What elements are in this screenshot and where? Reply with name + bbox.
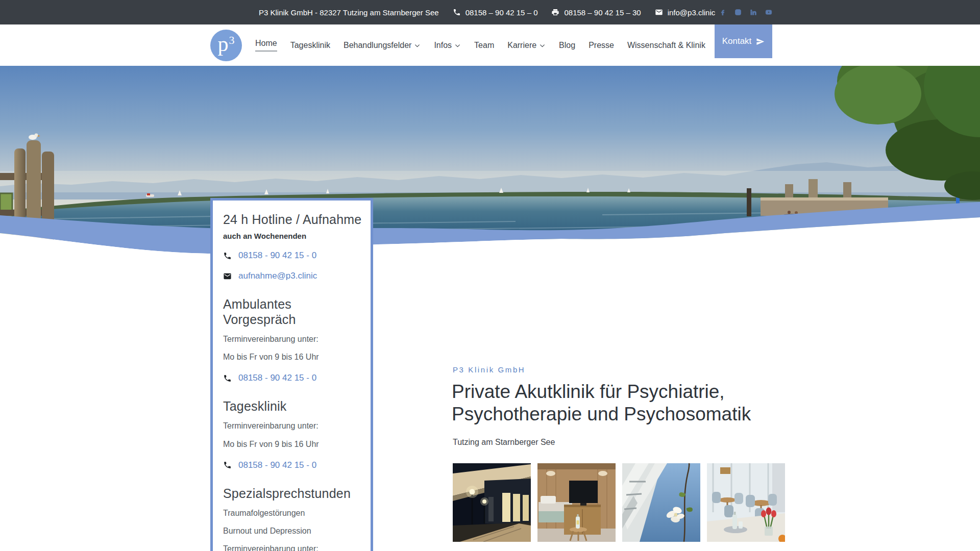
- card-text-line: Terminvereinbarung unter:: [223, 333, 362, 345]
- phone-icon: [453, 8, 461, 16]
- envelope-icon: [655, 8, 663, 16]
- photo-gallery: [453, 463, 785, 542]
- topbar-phone-number: 08158 – 90 42 15 – 0: [465, 8, 538, 17]
- card-text-line: Terminvereinbarung unter:: [223, 420, 362, 432]
- nav-item-behandlungsfelder[interactable]: Behandlungsfelder: [344, 41, 421, 50]
- social-links: [719, 9, 772, 16]
- card-text-line: Terminvereinbarung unter:: [223, 543, 362, 551]
- phone-icon: [223, 374, 232, 383]
- hero-section: [0, 66, 980, 260]
- card-section-24-h-hotline-aufnahme: 24 h Hotline / Aufnahmeauch an Wochenend…: [223, 212, 362, 281]
- chevron-down-icon: [539, 42, 546, 49]
- chevron-down-icon: [454, 42, 461, 49]
- clinic-address: P3 Klinik GmbH - 82327 Tutzing am Starnb…: [259, 8, 439, 17]
- topbar-fax-number: 08158 – 90 42 15 – 30: [564, 8, 641, 17]
- phone-link[interactable]: 08158 - 90 42 15 - 0: [223, 460, 362, 470]
- hotline-card-sections: 24 h Hotline / Aufnahmeauch an Wochenend…: [223, 212, 362, 551]
- nav-item-label: Home: [255, 39, 277, 52]
- linkedin-icon[interactable]: [749, 9, 757, 16]
- hero-panorama-image: [0, 66, 980, 260]
- nav-item-label: Presse: [589, 41, 614, 50]
- envelope-icon: [223, 272, 232, 281]
- nav-item-label: Team: [474, 41, 494, 50]
- gallery-photo-clinic-exterior-night: [453, 463, 531, 542]
- card-section-ambulantes-vorgespräch: Ambulantes VorgesprächTerminvereinbarung…: [223, 296, 362, 383]
- card-section-spezialsprechstunden: SpezialsprechstundenTraumafolgestörungen…: [223, 486, 362, 551]
- topbar-phone[interactable]: 08158 – 90 42 15 – 0: [453, 8, 538, 17]
- topbar-fax: 08158 – 90 42 15 – 30: [551, 8, 641, 17]
- card-section-title: Ambulantes Vorgespräch: [223, 296, 362, 327]
- email-link[interactable]: aufnahme@p3.clinic: [223, 271, 362, 281]
- card-text-line: Mo bis Fr von 9 bis 16 Uhr: [223, 351, 362, 363]
- topbar-email[interactable]: info@p3.clinic: [655, 8, 716, 17]
- gallery-photo-patient-room: [537, 463, 616, 542]
- nav-item-presse[interactable]: Presse: [589, 41, 614, 50]
- facebook-icon[interactable]: [719, 9, 726, 16]
- card-text-line: Burnout und Depression: [223, 525, 362, 537]
- nav-item-label: Infos: [434, 41, 452, 50]
- link-text: aufnahme@p3.clinic: [238, 271, 317, 281]
- gallery-photo-dining-room: [707, 463, 785, 542]
- page-title: Private Akutklinik für Psychiatrie, Psyc…: [452, 381, 751, 425]
- topbar-email-address: info@p3.clinic: [668, 8, 716, 17]
- card-text-line: Mo bis Fr von 9 bis 16 Uhr: [223, 438, 362, 450]
- card-section-title: 24 h Hotline / Aufnahme: [223, 212, 362, 227]
- phone-link[interactable]: 08158 - 90 42 15 - 0: [223, 373, 362, 383]
- page-title-line1: Private Akutklinik für Psychiatrie,: [452, 381, 751, 403]
- nav-item-blog[interactable]: Blog: [559, 41, 575, 50]
- nav-menu: HomeTagesklinikBehandlungsfelderInfosTea…: [255, 39, 705, 52]
- card-text-line: Traumafolgestörungen: [223, 507, 362, 519]
- gallery-photo-facade-spring-blossom: [622, 463, 700, 542]
- p3-logo[interactable]: p3: [210, 30, 242, 61]
- youtube-icon[interactable]: [765, 9, 772, 16]
- nav-item-label: Blog: [559, 41, 575, 50]
- nav-item-label: Karriere: [507, 41, 536, 50]
- main-navbar: p3 HomeTagesklinikBehandlungsfelderInfos…: [0, 24, 980, 66]
- instagram-icon[interactable]: [734, 9, 742, 16]
- fax-icon: [551, 8, 559, 16]
- link-text: 08158 - 90 42 15 - 0: [238, 373, 316, 383]
- p3-klinik-homepage: P3 Klinik GmbH - 82327 Tutzing am Starnb…: [0, 0, 980, 551]
- nav-item-label: Wissenschaft & Klinik: [627, 41, 705, 50]
- nav-item-label: Tagesklinik: [290, 41, 330, 50]
- nav-item-home[interactable]: Home: [255, 39, 277, 52]
- nav-item-wissenschaft-klinik[interactable]: Wissenschaft & Klinik: [627, 41, 705, 50]
- card-section-subtitle: auch an Wochenenden: [223, 232, 362, 240]
- card-section-title: Spezialsprechstunden: [223, 486, 362, 501]
- top-contact-bar: P3 Klinik GmbH - 82327 Tutzing am Starnb…: [0, 0, 980, 24]
- kontakt-button[interactable]: Kontakt: [715, 24, 772, 58]
- kontakt-label: Kontakt: [722, 36, 752, 46]
- nav-item-label: Behandlungsfelder: [344, 41, 411, 50]
- chevron-down-icon: [414, 42, 421, 49]
- page-subtitle: Tutzing am Starnberger See: [453, 438, 555, 447]
- eyebrow-label: P3 Klinik GmbH: [453, 365, 525, 374]
- send-plane-icon: [756, 37, 765, 46]
- nav-item-infos[interactable]: Infos: [434, 41, 461, 50]
- card-section-tagesklinik: TagesklinikTerminvereinbarung unter:Mo b…: [223, 398, 362, 470]
- nav-item-karriere[interactable]: Karriere: [507, 41, 546, 50]
- logo-text: p3: [218, 33, 235, 55]
- phone-icon: [223, 461, 232, 469]
- link-text: 08158 - 90 42 15 - 0: [238, 460, 316, 470]
- phone-icon: [223, 252, 232, 260]
- phone-link[interactable]: 08158 - 90 42 15 - 0: [223, 251, 362, 261]
- nav-item-team[interactable]: Team: [474, 41, 494, 50]
- nav-item-tagesklinik[interactable]: Tagesklinik: [290, 41, 330, 50]
- card-section-title: Tagesklinik: [223, 398, 362, 414]
- hotline-card: 24 h Hotline / Aufnahmeauch an Wochenend…: [210, 198, 373, 551]
- link-text: 08158 - 90 42 15 - 0: [238, 251, 316, 261]
- page-title-line2: Psychotherapie und Psychosomatik: [452, 403, 751, 425]
